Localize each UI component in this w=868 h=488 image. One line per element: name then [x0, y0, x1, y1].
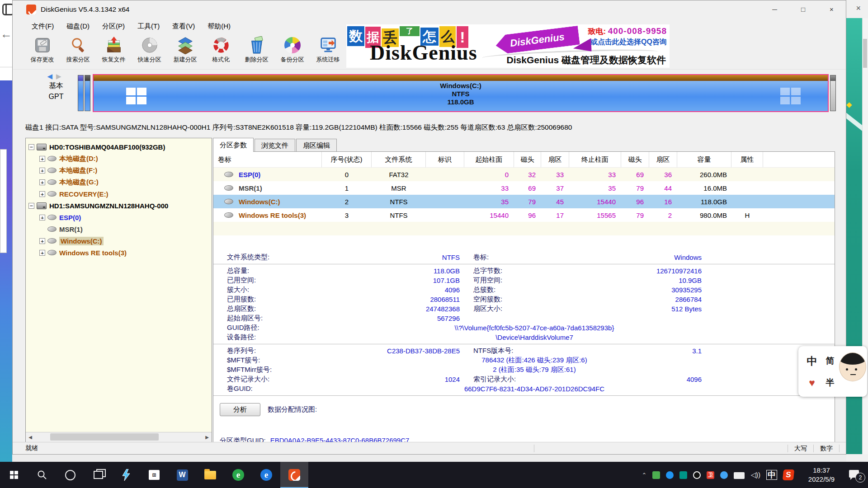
tree-horizontal-scrollbar[interactable]: ◀ ▶	[26, 432, 212, 442]
banner-phone: 致电: 400-008-9958	[588, 26, 667, 37]
maximize-button[interactable]: □	[789, 0, 817, 19]
table-row-selected[interactable]: Windows(C:) 2 NTFS 35 79 45 15440 96 16 …	[213, 195, 835, 208]
action-center-button[interactable]: 2	[849, 469, 863, 481]
partition-block-windows-c[interactable]: Windows(C:) NTFS 118.0GB	[93, 74, 829, 112]
tray-teal-icon[interactable]	[679, 471, 687, 479]
ime-indicator[interactable]: 中	[766, 470, 777, 480]
col-attributes[interactable]: 属性	[731, 152, 763, 167]
pinned-app-browser-green[interactable]: e	[224, 462, 252, 488]
tree-item-hd1[interactable]: HD1:SAMSUNGMZNLN128HAHQ-000	[28, 200, 212, 211]
scroll-left-arrow-icon[interactable]: ◀	[26, 432, 35, 442]
expand-icon[interactable]	[39, 191, 45, 197]
format-button[interactable]: 格式化	[203, 34, 239, 69]
tree-item-local-g[interactable]: 本地磁盘(G:)	[28, 176, 212, 188]
save-changes-button[interactable]: 保存更改	[24, 34, 60, 69]
table-row[interactable]: MSR(1) 1 MSR 33 69 37 35 79 44 16.0MB	[213, 181, 835, 195]
pinned-app-word[interactable]: W	[168, 462, 196, 488]
col-volume[interactable]: 卷标	[213, 152, 322, 167]
tray-blue-icon[interactable]	[666, 471, 674, 479]
col-head[interactable]: 磁头	[514, 152, 541, 167]
taskbar-app-diskgenius[interactable]	[280, 462, 308, 488]
ime-status-card[interactable]: 中 简 ♥ 半	[798, 346, 867, 397]
partition-block-esp[interactable]	[78, 75, 84, 111]
pinned-app-flash[interactable]	[112, 462, 140, 488]
col-index-status[interactable]: 序号(状态)	[322, 152, 372, 167]
tree-item-msr[interactable]: MSR(1)	[28, 223, 212, 235]
minimize-button[interactable]: ─	[760, 0, 789, 19]
menu-file[interactable]: 文件(F)	[25, 22, 60, 31]
tree-item-esp[interactable]: ESP(0)	[28, 211, 212, 223]
taskbar-clock[interactable]: 18:37 2022/5/9	[800, 466, 843, 484]
expand-icon[interactable]	[39, 179, 45, 185]
menu-partition[interactable]: 分区(P)	[96, 22, 131, 31]
tab-partition-params[interactable]: 分区参数	[213, 138, 254, 152]
menu-view[interactable]: 查看(V)	[166, 22, 201, 31]
expand-icon[interactable]	[39, 168, 45, 174]
delete-partition-button[interactable]: 删除分区	[239, 34, 274, 69]
analyze-button[interactable]: 分析	[220, 403, 260, 416]
scroll-right-arrow-icon[interactable]: ▶	[203, 432, 212, 442]
menu-disk[interactable]: 磁盘(D)	[60, 22, 96, 31]
col-end-cylinder[interactable]: 终止柱面	[569, 152, 621, 167]
promo-banner[interactable]: 数 据 丢 了 怎 么 ! DiskGenius DiskGenius 致电: …	[346, 24, 670, 68]
menu-tools[interactable]: 工具(T)	[131, 22, 166, 31]
quick-partition-button[interactable]: 快速分区	[132, 34, 167, 69]
scrollbar-thumb[interactable]	[50, 433, 159, 441]
tab-sector-edit[interactable]: 扇区编辑	[296, 139, 337, 151]
tray-shield-icon[interactable]	[652, 471, 660, 479]
system-migration-button[interactable]: 系统迁移	[310, 34, 346, 69]
collapse-icon[interactable]	[28, 144, 34, 150]
col-head2[interactable]: 磁头	[621, 152, 649, 167]
partition-block-msr[interactable]	[85, 75, 90, 111]
close-button[interactable]: ×	[817, 0, 846, 19]
new-partition-button[interactable]: 新建分区	[167, 34, 203, 69]
partition-icon	[224, 199, 233, 204]
table-row[interactable]: Windows RE tools(3) 3 NTFS 15440 96 17 1…	[213, 208, 835, 222]
tree-item-recovery-e[interactable]: RECOVERY(E:)	[28, 188, 212, 200]
tray-snowflake-icon[interactable]	[720, 471, 728, 479]
collapse-icon[interactable]	[28, 203, 34, 209]
search-partition-button[interactable]: 搜索分区	[60, 34, 96, 69]
cortana-button[interactable]	[56, 462, 84, 488]
tree-item-local-f[interactable]: 本地磁盘(F:)	[28, 164, 212, 176]
tree-item-windows-re[interactable]: Windows RE tools(3)	[28, 247, 212, 258]
background-scrollbar-thumb[interactable]	[863, 39, 867, 68]
battery-icon[interactable]	[734, 472, 745, 479]
col-sector2[interactable]: 扇区	[649, 152, 677, 167]
tree-item-hd0[interactable]: HD0:TOSHIBAMQ04ABF100(932GB)	[28, 141, 212, 153]
heart-icon: ♥	[809, 377, 815, 389]
tray-security-icon[interactable]: 卫	[707, 471, 714, 479]
expand-icon[interactable]	[39, 238, 45, 244]
prev-disk-arrow-icon[interactable]: ◀	[47, 72, 56, 80]
tray-expand-icon[interactable]: ⌃	[642, 472, 647, 479]
tray-qq-icon[interactable]	[693, 471, 701, 479]
pinned-app-store[interactable]: ⊞	[140, 462, 168, 488]
tree-item-windows-c[interactable]: Windows(C:)	[28, 235, 212, 247]
col-flag[interactable]: 标识	[426, 152, 464, 167]
backup-partition-button[interactable]: 备份分区	[274, 34, 310, 69]
col-filesystem[interactable]: 文件系统	[372, 152, 426, 167]
col-start-cylinder[interactable]: 起始柱面	[464, 152, 514, 167]
next-disk-arrow-icon[interactable]: ▶	[56, 72, 65, 80]
tab-browse-files[interactable]: 浏览文件	[255, 139, 295, 151]
scrollbar-track[interactable]	[35, 432, 203, 442]
banner-qq-link[interactable]: 或点击此处选择QQ咨询	[590, 38, 667, 47]
guid-value[interactable]: EBD0A0A2-B9E5-4433-87C0-68B6B72699C7	[270, 436, 410, 442]
expand-icon[interactable]	[39, 215, 45, 221]
sogou-icon[interactable]: S	[783, 469, 795, 480]
expand-icon[interactable]	[39, 250, 45, 256]
task-view-button[interactable]	[84, 462, 112, 488]
menu-help[interactable]: 帮助(H)	[201, 22, 237, 31]
recover-files-button[interactable]: 恢复文件	[96, 34, 132, 69]
tree-item-local-d[interactable]: 本地磁盘(D:)	[28, 153, 212, 164]
taskbar-search-button[interactable]	[28, 462, 56, 488]
pinned-app-edge[interactable]: e	[252, 462, 280, 488]
pinned-app-file-explorer[interactable]	[196, 462, 224, 488]
col-sector[interactable]: 扇区	[541, 152, 569, 167]
volume-icon[interactable]: ◁))	[750, 471, 760, 479]
expand-icon[interactable]	[39, 156, 45, 162]
table-row[interactable]: ESP(0) 0 FAT32 0 32 33 33 69 36 260.0MB	[213, 168, 835, 181]
partition-block-re-tools[interactable]	[830, 75, 836, 111]
start-button[interactable]	[0, 462, 28, 488]
col-capacity[interactable]: 容量	[677, 152, 731, 167]
